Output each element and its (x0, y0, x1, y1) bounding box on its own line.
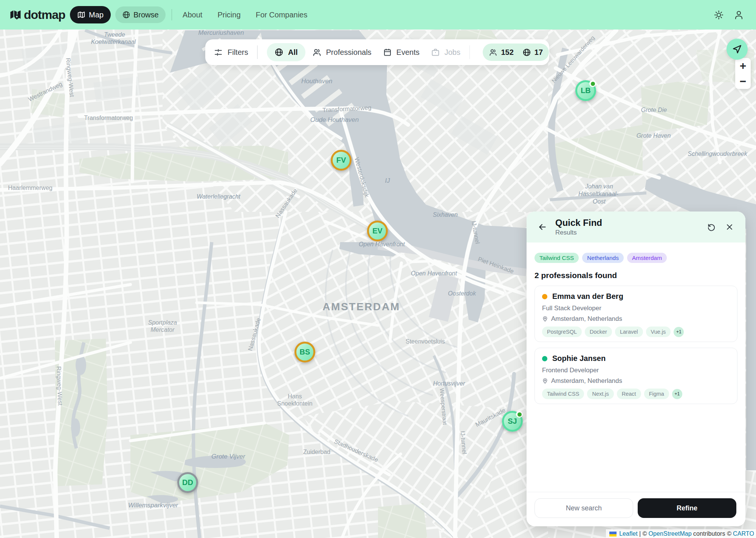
svg-text:Mercuriushaven: Mercuriushaven (198, 29, 244, 36)
svg-text:Grote Vijver: Grote Vijver (211, 453, 246, 460)
svg-text:Oost: Oost (593, 198, 606, 205)
svg-text:Schellingwouderbreek: Schellingwouderbreek (688, 151, 747, 157)
svg-text:Haarlemmerweg: Haarlemmerweg (8, 185, 52, 191)
svg-text:Ringweg-West: Ringweg-West (56, 366, 64, 406)
svg-text:Houthaven: Houthaven (301, 78, 332, 85)
svg-text:Grote Haven: Grote Haven (637, 132, 671, 139)
svg-text:Koelwaterkanaal: Koelwaterkanaal (91, 39, 136, 45)
svg-text:AMSTERDAM: AMSTERDAM (322, 301, 400, 313)
svg-text:Sixhaven: Sixhaven (433, 211, 458, 218)
svg-text:Hans: Hans (288, 393, 302, 400)
svg-text:Open Havenfront: Open Havenfront (359, 241, 405, 247)
svg-text:Johan van: Johan van (585, 183, 613, 190)
svg-text:Waterleliegracht: Waterleliegracht (197, 193, 240, 200)
svg-text:Willemsparkvijver: Willemsparkvijver (128, 502, 178, 509)
svg-text:Grote Die: Grote Die (641, 107, 667, 113)
svg-text:Hasseltkanaal-: Hasseltkanaal- (578, 191, 618, 197)
svg-text:Zuiderbad: Zuiderbad (303, 449, 330, 455)
svg-text:Transformatorweg: Transformatorweg (84, 115, 133, 121)
svg-text:Sportplaza: Sportplaza (148, 319, 177, 326)
svg-text:Steenvoetsluis: Steenvoetsluis (406, 338, 445, 345)
svg-text:Hortusvijver: Hortusvijver (433, 380, 465, 387)
svg-text:Oude Houthaven: Oude Houthaven (310, 116, 359, 123)
svg-text:Snoekfontein: Snoekfontein (277, 400, 312, 407)
svg-text:Tweede: Tweede (104, 31, 125, 38)
svg-text:Mercator: Mercator (150, 327, 175, 333)
svg-text:Oosterdok: Oosterdok (448, 290, 476, 297)
svg-text:Open Havenfront: Open Havenfront (411, 270, 457, 277)
svg-text:IJ: IJ (385, 177, 390, 184)
